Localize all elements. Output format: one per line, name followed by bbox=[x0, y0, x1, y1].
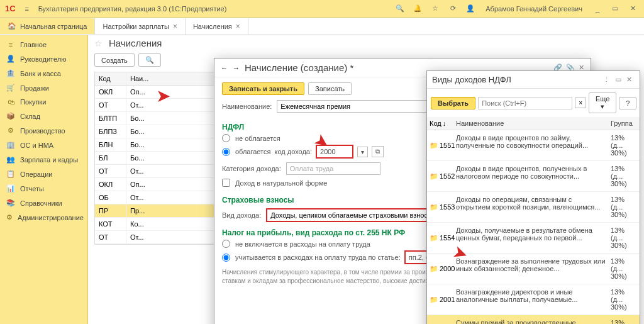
list-item[interactable]: 📁2002Суммы премий за производственные ре… bbox=[427, 315, 640, 324]
more-button[interactable]: Еще ▾ bbox=[589, 92, 616, 113]
save-close-button[interactable]: Записать и закрыть bbox=[222, 82, 304, 95]
select-button[interactable]: Выбрать bbox=[431, 97, 475, 109]
dropdown-icon[interactable]: ▾ bbox=[357, 147, 368, 157]
sidebar-item[interactable]: 🛍Покупки bbox=[0, 95, 87, 109]
fav-star-icon[interactable]: ☆ bbox=[94, 38, 103, 48]
user-icon: 👤 bbox=[464, 3, 477, 15]
col-code[interactable]: Код ↓ bbox=[427, 117, 453, 130]
tax-yes-radio[interactable] bbox=[222, 254, 230, 262]
category-select[interactable]: Оплата труда bbox=[286, 162, 380, 175]
tax-no-radio[interactable] bbox=[222, 240, 230, 248]
create-button[interactable]: Создать bbox=[94, 53, 135, 67]
sidebar-item[interactable]: ⚙Администрирование bbox=[0, 210, 87, 225]
minimize-icon[interactable]: _ bbox=[591, 3, 604, 15]
dlg-back-icon[interactable]: ← bbox=[221, 64, 228, 72]
sidebar-item[interactable]: 👤Руководителю bbox=[0, 52, 87, 66]
tab-home-label: Начальная страница bbox=[20, 23, 87, 30]
list-item[interactable]: 📁1551Доходы в виде процентов по займу, п… bbox=[427, 130, 640, 161]
maximize-icon[interactable]: ▭ bbox=[609, 3, 621, 15]
ndfl-yes-radio[interactable] bbox=[222, 148, 230, 156]
close-icon[interactable]: ✕ bbox=[626, 3, 639, 15]
page-title: Начисления bbox=[109, 38, 162, 48]
cat-label: Категория дохода: bbox=[222, 165, 281, 172]
list-item[interactable]: 📁2001Вознаграждение директоров и иные ан… bbox=[427, 284, 640, 315]
col-code[interactable]: Код bbox=[95, 72, 126, 85]
sidebar-item[interactable]: 📚Справочники bbox=[0, 196, 87, 210]
name-label: Наименование: bbox=[222, 103, 272, 110]
tab-settings[interactable]: Настройки зарплаты × bbox=[95, 18, 185, 35]
app-title: Бухгалтерия предприятия, редакция 3.0 (1… bbox=[38, 5, 389, 13]
history-icon[interactable]: ⟳ bbox=[447, 3, 459, 15]
list-title: Виды доходов НДФЛ bbox=[432, 75, 601, 84]
menu-icon[interactable]: ≡ bbox=[21, 3, 33, 15]
sidebar-item[interactable]: 📊Отчеты bbox=[0, 181, 87, 196]
find-button[interactable]: 🔍 bbox=[138, 53, 161, 67]
tab-home[interactable]: 🏠 Начальная страница bbox=[0, 18, 95, 34]
sidebar-item[interactable]: ⚙Производство bbox=[0, 123, 87, 138]
star-icon[interactable]: ☆ bbox=[429, 3, 441, 15]
topbar: 1C ≡ Бухгалтерия предприятия, редакция 3… bbox=[0, 0, 644, 18]
menu-icon[interactable]: ⋮ bbox=[603, 75, 610, 84]
ndfl-no-radio[interactable] bbox=[222, 134, 230, 142]
income-code-input[interactable]: 2000 bbox=[316, 145, 353, 159]
sidebar-item[interactable]: 📋Операции bbox=[0, 167, 87, 181]
sidebar-item[interactable]: ≡Главное bbox=[0, 38, 87, 52]
sidebar-item[interactable]: 📦Склад bbox=[0, 109, 87, 123]
user-name[interactable]: Абрамов Геннадий Сергеевич bbox=[482, 5, 586, 13]
tab-label: Начисления bbox=[193, 23, 232, 30]
dlg-fwd-icon[interactable]: → bbox=[233, 64, 240, 72]
maximize-icon[interactable]: ▭ bbox=[615, 75, 621, 84]
col-name[interactable]: Наименование bbox=[453, 117, 608, 130]
sidebar-item[interactable]: 👥Зарплата и кадры bbox=[0, 152, 87, 167]
list-item[interactable]: 📁1554Доходы, получаемые в результате обм… bbox=[427, 223, 640, 254]
list-item[interactable]: 📁2000Вознаграждение за выполнение трудов… bbox=[427, 254, 640, 284]
sidebar-item[interactable]: 🏢ОС и НМА bbox=[0, 138, 87, 152]
sidebar-item[interactable]: 🏦Банк и касса bbox=[0, 66, 87, 81]
tab-close-icon[interactable]: × bbox=[173, 22, 177, 31]
close-icon[interactable]: ✕ bbox=[626, 75, 632, 84]
natural-checkbox[interactable] bbox=[222, 179, 230, 187]
tab-close-icon[interactable]: × bbox=[236, 22, 240, 31]
content: ☆ Начисления Создать 🔍 Код Наи... ОКЛОп.… bbox=[88, 35, 644, 324]
home-icon: 🏠 bbox=[8, 22, 16, 30]
save-button[interactable]: Записать bbox=[308, 82, 352, 95]
ins-label: Вид дохода: bbox=[222, 211, 261, 219]
name-input[interactable] bbox=[277, 100, 428, 113]
bell-icon[interactable]: 🔔 bbox=[411, 3, 424, 15]
open-icon[interactable]: ⧉ bbox=[372, 146, 384, 157]
tabbar: 🏠 Начальная страница Настройки зарплаты … bbox=[0, 18, 644, 35]
search-input[interactable] bbox=[478, 97, 572, 109]
tab-label: Настройки зарплаты bbox=[103, 23, 169, 30]
list-item[interactable]: 📁1552Доходы в виде процентов, полученных… bbox=[427, 161, 640, 192]
logo-1c: 1C bbox=[5, 4, 16, 13]
search-icon[interactable]: 🔍 bbox=[394, 3, 406, 15]
help-button[interactable]: ? bbox=[619, 97, 636, 109]
tab-accruals[interactable]: Начисления × bbox=[186, 18, 248, 35]
list-item[interactable]: 📁1553Доходы по операциям, связанным с от… bbox=[427, 192, 640, 223]
dialog-income-types: Виды доходов НДФЛ ⋮ ▭ ✕ Выбрать × Еще ▾ … bbox=[426, 70, 640, 324]
col-group[interactable]: Группа bbox=[608, 117, 640, 130]
sidebar: ≡Главное 👤Руководителю 🏦Банк и касса 🛒Пр… bbox=[0, 35, 88, 324]
income-list[interactable]: 📁1551Доходы в виде процентов по займу, п… bbox=[427, 130, 640, 324]
clear-icon[interactable]: × bbox=[575, 98, 586, 108]
sidebar-item[interactable]: 🛒Продажи bbox=[0, 81, 87, 95]
